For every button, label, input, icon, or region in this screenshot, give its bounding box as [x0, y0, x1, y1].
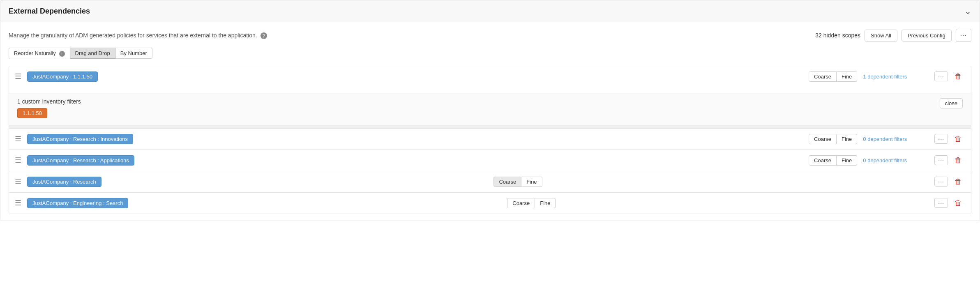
description-text: Manage the granularity of ADM generated … [9, 32, 257, 39]
description-area: Manage the granularity of ADM generated … [9, 32, 267, 39]
item-tag[interactable]: JustACompany : Research : Innovations [27, 134, 133, 144]
drag-handle-icon[interactable]: ☰ [15, 177, 21, 186]
coarse-fine-group: Coarse Fine [493, 177, 542, 187]
reorder-info-icon: i [59, 51, 65, 57]
coarse-button[interactable]: Coarse [493, 177, 521, 187]
item-delete-button[interactable]: 🗑 [951, 176, 965, 187]
item-more-button[interactable]: ··· [934, 134, 948, 144]
drag-drop-button[interactable]: Drag and Drop [70, 48, 115, 59]
hidden-scopes-count: 32 hidden scopes [815, 32, 860, 39]
dependent-filters-link[interactable]: 1 dependent filters [863, 74, 929, 80]
item-delete-button[interactable]: 🗑 [951, 134, 965, 145]
coarse-fine-group: Coarse Fine [809, 134, 857, 144]
list-item: ☰ JustACompany : Research : Applications… [9, 150, 971, 171]
item-delete-button[interactable]: 🗑 [951, 198, 965, 209]
panel-header: External Dependencies ⌄ [0, 0, 980, 22]
item-tag[interactable]: JustACompany : 1.1.1.50 [27, 71, 98, 82]
item-actions: ··· 🗑 [934, 176, 965, 187]
reorder-row: Reorder Naturally i Drag and Drop By Num… [9, 48, 971, 59]
item-tag[interactable]: JustACompany : Research : Applications [27, 155, 134, 166]
item-tag[interactable]: JustACompany : Engineering : Search [27, 198, 128, 208]
panel-title: External Dependencies [9, 7, 90, 16]
list-item: ☰ JustACompany : 1.1.1.50 Coarse Fine 1 … [9, 66, 971, 125]
drag-handle-icon[interactable]: ☰ [15, 198, 21, 207]
item-actions: ··· 🗑 [934, 155, 965, 166]
list-item: ☰ JustACompany : Research : Innovations … [9, 129, 971, 150]
close-button[interactable]: close [940, 98, 963, 108]
fine-button[interactable]: Fine [837, 71, 857, 82]
item-more-button[interactable]: ··· [934, 155, 948, 165]
coarse-button[interactable]: Coarse [809, 71, 837, 82]
description-row: Manage the granularity of ADM generated … [9, 29, 971, 42]
item-more-button[interactable]: ··· [934, 71, 948, 81]
drag-handle-icon[interactable]: ☰ [15, 134, 21, 143]
item-separator [9, 125, 971, 129]
show-all-button[interactable]: Show All [865, 30, 897, 41]
drag-handle-icon[interactable]: ☰ [15, 72, 21, 81]
coarse-button[interactable]: Coarse [809, 155, 837, 166]
item-actions: ··· 🗑 [934, 71, 965, 82]
fine-button[interactable]: Fine [535, 198, 556, 208]
item-tag[interactable]: JustACompany : Research [27, 177, 101, 187]
collapse-icon[interactable]: ⌄ [964, 6, 971, 16]
list-item: ☰ JustACompany : Research Coarse Fine ··… [9, 171, 971, 193]
previous-config-button[interactable]: Previous Config [902, 30, 952, 41]
drag-handle-icon[interactable]: ☰ [15, 156, 21, 165]
coarse-fine-group: Coarse Fine [507, 198, 556, 208]
coarse-button[interactable]: Coarse [507, 198, 535, 208]
item-delete-button[interactable]: 🗑 [951, 71, 965, 82]
fine-button[interactable]: Fine [837, 134, 857, 144]
item-more-button[interactable]: ··· [934, 177, 948, 186]
header-actions: 32 hidden scopes Show All Previous Confi… [815, 29, 971, 42]
by-number-button[interactable]: By Number [115, 48, 152, 59]
fine-button[interactable]: Fine [837, 155, 857, 166]
item-actions: ··· 🗑 [934, 134, 965, 145]
reorder-naturally-button[interactable]: Reorder Naturally i [9, 48, 70, 59]
item-main-row: ☰ JustACompany : 1.1.1.50 Coarse Fine 1 … [9, 66, 971, 87]
fine-button[interactable]: Fine [521, 177, 542, 187]
items-list: ☰ JustACompany : 1.1.1.50 Coarse Fine 1 … [9, 66, 971, 214]
sub-title: 1 custom inventory filters [17, 98, 81, 105]
coarse-fine-group: Coarse Fine [809, 155, 857, 166]
external-dependencies-panel: External Dependencies ⌄ Manage the granu… [0, 0, 980, 221]
sub-tag[interactable]: 1.1.1.50 [17, 108, 47, 118]
item-more-button[interactable]: ··· [934, 198, 948, 208]
help-icon[interactable]: ? [261, 32, 267, 39]
panel-body: Manage the granularity of ADM generated … [0, 22, 980, 221]
dependent-filters-link[interactable]: 0 dependent filters [863, 157, 929, 163]
item-sub-content: 1 custom inventory filters 1.1.1.50 clos… [9, 93, 971, 125]
coarse-fine-group: Coarse Fine [809, 71, 857, 82]
list-item: ☰ JustACompany : Engineering : Search Co… [9, 193, 971, 214]
dependent-filters-link[interactable]: 0 dependent filters [863, 136, 929, 142]
item-delete-button[interactable]: 🗑 [951, 155, 965, 166]
item-actions: ··· 🗑 [934, 198, 965, 209]
panel-more-button[interactable]: ··· [956, 29, 971, 42]
coarse-button[interactable]: Coarse [809, 134, 837, 144]
sub-content-left: 1 custom inventory filters 1.1.1.50 [17, 98, 81, 118]
